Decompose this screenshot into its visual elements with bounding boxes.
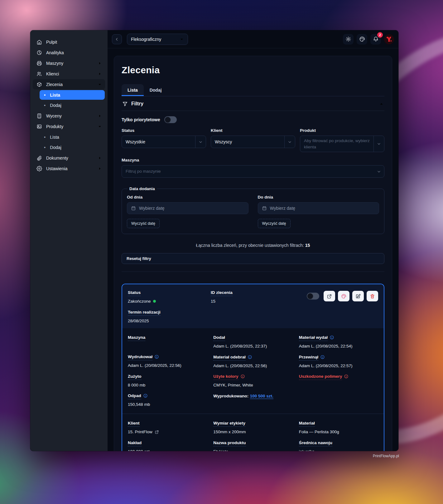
field-label: Zużyto	[128, 374, 142, 380]
chevron-down-icon	[284, 136, 295, 148]
topbar-actions: 2	[343, 34, 394, 45]
field-label: Termin realizacji	[128, 310, 161, 316]
field-label: ID zlecenia	[211, 290, 233, 296]
specs-col1: Klient 15. PrintFlow Nakład 100 000 szt.…	[128, 420, 207, 451]
client-filter: Klient Wszyscy	[211, 128, 295, 152]
date-to-input[interactable]: Wybierz datę	[258, 202, 379, 214]
bullet-icon: •	[44, 93, 46, 97]
production-col2: Dodał Adam L. (20/08/2025, 22:37) Materi…	[213, 334, 292, 412]
orders-total-count: 15	[305, 243, 310, 248]
tab-lista[interactable]: Lista	[122, 84, 144, 96]
sidebar-subitem-zlecenia-dodaj[interactable]: • Dodaj	[40, 100, 105, 110]
machine-filter-select[interactable]: Filtruj po maszynie	[122, 165, 384, 178]
product-select[interactable]: Aby filtrować po produkcie, wybierz klie…	[300, 136, 384, 152]
order-actions	[307, 290, 378, 324]
bullet-icon: •	[44, 145, 46, 150]
sidebar-item-label: Maszyny	[46, 61, 63, 66]
reset-filters-button[interactable]: Resetuj filtry	[122, 253, 384, 264]
sidebar-item-label: Produkty	[46, 124, 63, 129]
date-from-block: Od dnia Wybierz datę Wyczyść datę	[127, 193, 248, 228]
notifications-button[interactable]: 2	[370, 34, 381, 45]
field-zuzyto: Zużyto 8 000 mb	[128, 373, 207, 388]
sidebar-item-ustawienia[interactable]: Ustawienia	[33, 163, 105, 174]
field-label: Materiał odebrał	[213, 355, 246, 361]
field-value: Adam L. (20/08/2025, 22:56)	[213, 363, 292, 369]
date-group-label: Data dodania	[128, 186, 157, 191]
chevron-up-icon[interactable]	[379, 102, 384, 106]
client-select[interactable]: Wszyscy	[211, 136, 295, 148]
sidebar-item-maszyny[interactable]: Maszyny	[33, 58, 105, 68]
field-klient: Klient 15. PrintFlow	[128, 420, 207, 435]
sidebar-item-wyceny[interactable]: Wyceny	[33, 111, 105, 121]
main-area: Fleksograficzny 2	[108, 30, 398, 451]
field-value: 8 000 mb	[128, 382, 207, 388]
date-from-input[interactable]: Wybierz datę	[127, 202, 248, 214]
sidebar-item-produkty[interactable]: Produkty	[33, 121, 105, 132]
orders-total-label: Łączna liczba zleceń, przy obecnie ustaw…	[196, 243, 304, 248]
sidebar-item-pulpit[interactable]: Pulpit	[33, 37, 105, 47]
theme-toggle-button[interactable]	[343, 34, 354, 45]
clear-date-from-button[interactable]: Wyczyść datę	[127, 219, 160, 228]
bell-icon	[373, 36, 379, 42]
back-button[interactable]	[112, 34, 122, 44]
clear-date-to-button[interactable]: Wyczyść datę	[258, 219, 291, 228]
avatar[interactable]	[384, 34, 394, 44]
card-section-divider	[122, 414, 384, 414]
chevron-down-icon	[180, 37, 184, 41]
specs-section: Klient 15. PrintFlow Nakład 100 000 szt.…	[128, 420, 378, 451]
field-value: 150mm x 200mm	[213, 429, 292, 435]
palette-button[interactable]	[357, 34, 367, 45]
sidebar-subitem-produkty-lista[interactable]: • Lista	[40, 132, 105, 142]
info-icon[interactable]	[240, 374, 245, 379]
chevron-down-icon	[195, 136, 206, 148]
field-value: Adam L. (20/08/2025, 22:57)	[299, 363, 378, 369]
info-icon[interactable]	[154, 354, 159, 359]
content-area: Zlecenia Lista Dodaj Filtry Tylko priory…	[108, 48, 398, 451]
order-palette-button[interactable]	[338, 291, 349, 301]
field-value: 100 000 szt.	[128, 449, 207, 451]
sidebar-subitem-produkty-dodaj[interactable]: • Dodaj	[40, 142, 105, 152]
bullet-icon: •	[44, 135, 46, 139]
info-icon[interactable]	[344, 374, 349, 379]
info-icon[interactable]	[143, 393, 148, 398]
open-order-button[interactable]	[324, 291, 335, 301]
field-value: 28/08/2025	[128, 318, 211, 324]
info-icon[interactable]	[248, 355, 252, 359]
filters-header[interactable]: Filtry	[122, 96, 384, 111]
order-priority-toggle[interactable]	[307, 293, 319, 300]
orders-total-row: Łączna liczba zleceń, przy obecnie ustaw…	[122, 243, 384, 248]
priority-toggle[interactable]	[164, 116, 177, 123]
field-maszyna: Maszyna	[128, 334, 207, 349]
status-select[interactable]: Wszystkie	[122, 136, 206, 148]
machine-select-dropdown[interactable]: Fleksograficzny	[127, 34, 188, 45]
cube-icon	[36, 82, 42, 87]
edit-order-button[interactable]	[352, 291, 364, 301]
paperclip-icon	[36, 155, 42, 161]
info-icon[interactable]	[330, 335, 334, 340]
field-wymiar-etykiety: Wymiar etykiety 150mm x 200mm	[213, 420, 292, 435]
field-label: Nazwa produktu	[213, 440, 246, 446]
date-to-block: Do dnia Wybierz datę Wyczyść datę	[258, 193, 379, 228]
chevron-right-icon	[98, 114, 102, 118]
client-filter-label: Klient	[211, 128, 295, 133]
sidebar-item-analityka[interactable]: Analityka	[33, 47, 105, 58]
produced-count-link[interactable]: 100 500 szt.	[250, 394, 273, 399]
external-link-icon[interactable]	[155, 430, 159, 434]
delete-order-button[interactable]	[367, 291, 378, 301]
chevron-right-icon	[98, 166, 102, 171]
calendar-icon	[262, 206, 267, 211]
filter-funnel-icon	[122, 101, 128, 107]
sidebar-item-klienci[interactable]: Klienci	[33, 69, 105, 79]
sidebar-subitem-zlecenia-lista[interactable]: • Lista	[40, 90, 105, 100]
product-select-placeholder: Aby filtrować po produkcie, wybierz klie…	[300, 136, 373, 152]
palette-icon	[359, 36, 365, 42]
field-label: Wydrukował	[128, 354, 152, 360]
tab-dodaj[interactable]: Dodaj	[144, 84, 168, 96]
info-icon[interactable]	[320, 355, 325, 359]
sidebar-item-zlecenia[interactable]: Zlecenia	[33, 79, 105, 89]
field-value: 150,548 mb	[128, 401, 207, 408]
sidebar-item-dokumenty[interactable]: Dokumenty	[33, 153, 105, 163]
users-icon	[36, 71, 42, 77]
specs-col2: Wymiar etykiety 150mm x 200mm Nazwa prod…	[213, 420, 292, 451]
field-srednica-nawoju: Średnica nawoju jak rolka	[299, 440, 378, 451]
